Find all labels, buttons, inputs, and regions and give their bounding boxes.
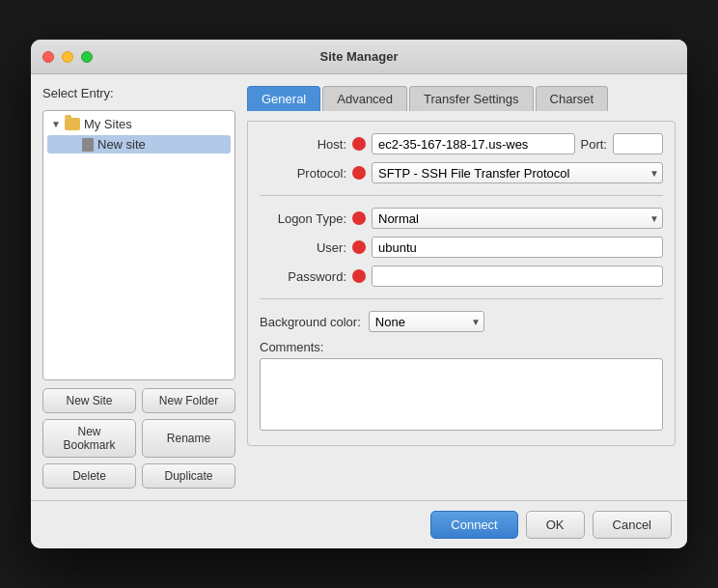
logon-type-select-wrapper: Normal Anonymous Ask for password Key fi… [372,208,663,229]
left-panel: Select Entry: ▼ My Sites New site New Si… [42,86,235,489]
host-row: Host: Port: [260,133,663,154]
cancel-button[interactable]: Cancel [593,511,672,539]
site-icon [82,138,94,152]
site-label: New site [97,137,146,152]
tab-transfer-settings[interactable]: Transfer Settings [409,86,534,111]
password-required-dot [352,269,366,283]
folder-icon [65,118,80,130]
host-input[interactable] [372,133,575,154]
bg-color-label: Background color: [260,315,361,329]
select-entry-label: Select Entry: [42,86,235,100]
tab-general[interactable]: General [247,86,320,111]
folder-label: My Sites [84,117,132,131]
new-folder-button[interactable]: New Folder [142,388,235,413]
tab-advanced[interactable]: Advanced [322,86,407,111]
window-body: Select Entry: ▼ My Sites New site New Si… [31,74,687,500]
logon-type-required-dot [352,211,366,225]
password-input[interactable] [372,266,663,287]
password-label: Password: [260,269,346,284]
protocol-select-wrapper: SFTP - SSH File Transfer Protocol FTP - … [372,162,663,183]
title-bar: Site Manager [31,40,687,74]
protocol-label: Protocol: [260,166,346,181]
user-input[interactable] [372,237,663,258]
port-label: Port: [581,137,607,152]
tab-charset[interactable]: Charset [536,86,609,111]
bg-color-select-wrapper: None Red Green Blue Yellow ▼ [369,311,484,332]
tree-site-new-site[interactable]: New site [47,135,231,154]
tree-view: ▼ My Sites New site [42,110,235,380]
comments-textarea[interactable] [260,358,663,431]
footer: Connect OK Cancel [31,500,687,548]
tabs: General Advanced Transfer Settings Chars… [247,86,676,111]
user-required-dot [352,240,366,254]
protocol-required-dot [352,166,366,180]
site-manager-window: Site Manager Select Entry: ▼ My Sites Ne… [31,40,687,548]
minimize-button[interactable] [62,51,73,63]
new-site-button[interactable]: New Site [42,388,136,413]
delete-button[interactable]: Delete [42,463,136,489]
form-area: Host: Port: Protocol: SFTP - SSH File Tr… [247,121,676,446]
logon-type-label: Logon Type: [260,211,346,226]
left-buttons: New Site New Folder New Bookmark Rename … [42,388,235,489]
traffic-lights [42,51,93,63]
protocol-select[interactable]: SFTP - SSH File Transfer Protocol FTP - … [372,162,663,183]
logon-type-row: Logon Type: Normal Anonymous Ask for pas… [260,208,663,229]
comments-section: Comments: [260,340,663,434]
bg-color-row: Background color: None Red Green Blue Ye… [260,311,663,332]
connect-button[interactable]: Connect [430,511,517,539]
right-panel: General Advanced Transfer Settings Chars… [247,86,676,489]
ok-button[interactable]: OK [526,511,585,539]
new-bookmark-button[interactable]: New Bookmark [42,419,136,458]
divider-1 [260,195,663,196]
user-row: User: [260,237,663,258]
duplicate-button[interactable]: Duplicate [142,463,235,489]
bg-color-select[interactable]: None Red Green Blue Yellow [369,311,484,332]
window-title: Site Manager [320,49,399,64]
tree-arrow-icon: ▼ [51,119,61,129]
host-label: Host: [260,137,346,152]
password-row: Password: [260,266,663,287]
host-required-dot [352,137,366,151]
port-input[interactable] [613,133,663,154]
tree-folder-my-sites[interactable]: ▼ My Sites [47,115,231,133]
comments-label: Comments: [260,340,663,354]
rename-button[interactable]: Rename [142,419,235,458]
protocol-row: Protocol: SFTP - SSH File Transfer Proto… [260,162,663,183]
close-button[interactable] [42,51,54,63]
user-label: User: [260,240,346,255]
divider-2 [260,298,663,299]
maximize-button[interactable] [81,51,93,63]
logon-type-select[interactable]: Normal Anonymous Ask for password Key fi… [372,208,663,229]
